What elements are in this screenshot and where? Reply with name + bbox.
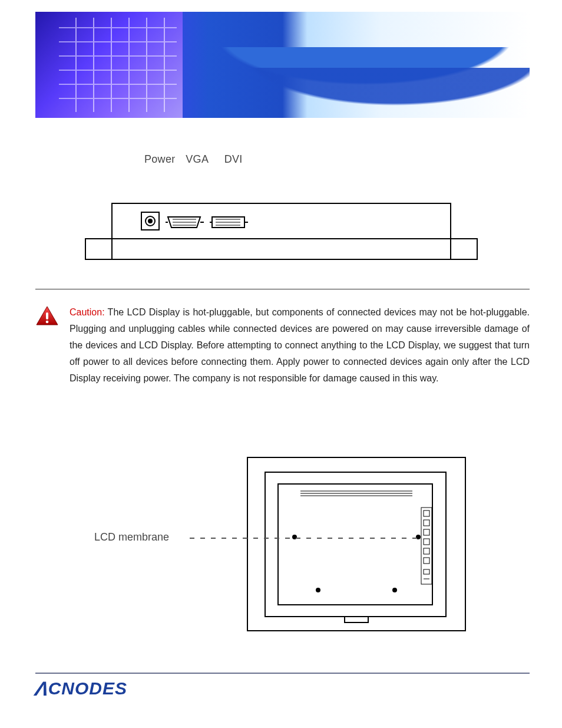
- svg-rect-32: [424, 520, 429, 526]
- header-banner: [35, 12, 530, 118]
- svg-point-6: [148, 219, 152, 223]
- svg-point-19: [46, 321, 49, 324]
- connector-label-vga: VGA: [186, 153, 221, 166]
- back-panel-diagram: LCD membrane: [35, 452, 530, 640]
- footer-rule: [35, 673, 530, 674]
- caution-text: Caution: The LCD Display is hot-pluggabl…: [70, 304, 530, 387]
- svg-rect-34: [424, 539, 429, 545]
- connector-panel-svg: [35, 171, 530, 289]
- svg-rect-37: [424, 569, 429, 574]
- svg-rect-22: [278, 484, 432, 605]
- svg-rect-0: [85, 239, 477, 259]
- svg-rect-35: [424, 548, 429, 554]
- svg-rect-33: [424, 529, 429, 535]
- warning-icon: [35, 304, 59, 387]
- separator-rule: [35, 289, 530, 289]
- caution-body: The LCD Display is hot-pluggable, but co…: [70, 307, 530, 383]
- svg-rect-18: [46, 312, 48, 319]
- svg-rect-36: [424, 558, 429, 564]
- back-panel-svg: [35, 452, 530, 640]
- brand-logo: ΛCNODES: [35, 678, 562, 699]
- caution-label: Caution:: [70, 307, 105, 317]
- caution-block: Caution: The LCD Display is hot-pluggabl…: [35, 304, 530, 387]
- brand-text: CNODES: [48, 678, 127, 698]
- svg-rect-39: [345, 617, 368, 622]
- svg-rect-30: [421, 508, 432, 584]
- svg-rect-1: [112, 203, 451, 239]
- svg-point-29: [393, 588, 396, 592]
- svg-point-28: [316, 588, 320, 592]
- connector-label-power: Power: [144, 153, 183, 166]
- connector-diagram: Power VGA DVI: [35, 153, 530, 289]
- connector-label-dvi: DVI: [224, 153, 254, 166]
- svg-rect-31: [424, 510, 429, 516]
- svg-rect-21: [265, 472, 446, 617]
